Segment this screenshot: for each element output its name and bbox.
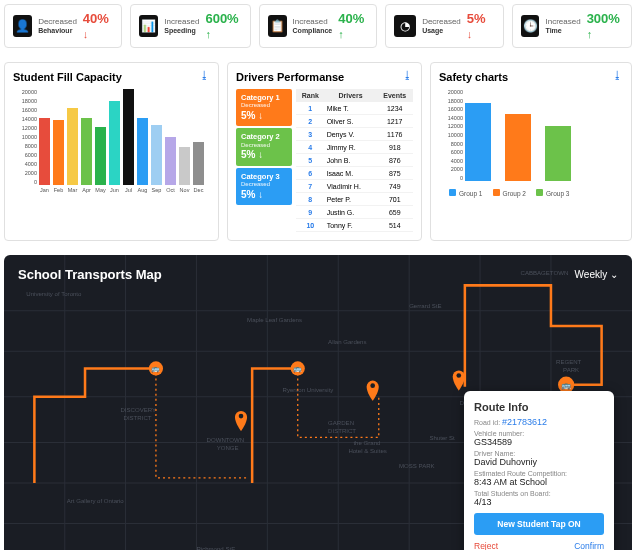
svg-point-15 — [239, 414, 244, 419]
map-pin-icon[interactable] — [453, 370, 465, 390]
kpi-usage[interactable]: ◔ Decreased Usage 5% ↓ — [385, 4, 503, 48]
x-tick: Nov — [179, 187, 190, 193]
download-icon[interactable]: ⭳ — [402, 69, 413, 81]
panel-title: Safety charts — [439, 71, 623, 83]
panel-title: Drivers Performanse — [236, 71, 413, 83]
x-tick: May — [95, 187, 106, 193]
driver-category[interactable]: Category 1 Decreased 5% ↓ — [236, 89, 292, 126]
poi-label: Allan Gardens — [328, 339, 366, 345]
fill-bar[interactable] — [165, 137, 176, 185]
map-period-dropdown[interactable]: Weekly ⌄ — [575, 269, 618, 280]
fill-bar[interactable] — [53, 120, 64, 185]
map-title: School Transports Map — [18, 267, 162, 282]
road-id-value[interactable]: #21783612 — [502, 417, 547, 427]
table-row[interactable]: 9Justin G.659 — [296, 206, 413, 219]
district-label: YONGE — [217, 445, 239, 451]
confirm-button[interactable]: Confirm — [574, 541, 604, 550]
kpi-label: Time — [545, 27, 580, 35]
fill-bar[interactable] — [123, 89, 134, 185]
arrow-down-icon: ↓ — [467, 28, 473, 40]
map-pin-icon[interactable] — [235, 411, 247, 431]
table-row[interactable]: 10Tonny F.514 — [296, 219, 413, 232]
kpi-label: Compliance — [293, 27, 333, 35]
kpi-value: 300% ↑ — [587, 11, 623, 41]
download-icon[interactable]: ⭳ — [199, 69, 210, 81]
poi-label: Hotel & Suites — [348, 448, 386, 454]
x-tick: Dec — [193, 187, 204, 193]
table-row[interactable]: 1Mike T.1234 — [296, 102, 413, 115]
fill-bar[interactable] — [193, 142, 204, 185]
table-row[interactable]: 5John B.876 — [296, 154, 413, 167]
fill-bar[interactable] — [81, 118, 92, 185]
table-row[interactable]: 8Peter P.701 — [296, 193, 413, 206]
district-label: REGENT — [556, 359, 582, 365]
table-row[interactable]: 2Oliver S.1217 — [296, 115, 413, 128]
fill-bar[interactable] — [67, 108, 78, 185]
reject-button[interactable]: Reject — [474, 541, 498, 550]
driver-category[interactable]: Category 3 Decreased 5% ↓ — [236, 168, 292, 205]
fill-bar[interactable] — [95, 127, 106, 185]
legend-item: Group 3 — [536, 189, 570, 197]
fill-bar[interactable] — [39, 118, 50, 185]
kpi-label: Speeding — [164, 27, 199, 35]
kpi-compliance[interactable]: 📋 Increased Compliance 40% ↑ — [259, 4, 377, 48]
kpi-time[interactable]: 🕒 Increased Time 300% ↑ — [512, 4, 632, 48]
map-pin-icon[interactable] — [367, 381, 379, 401]
safety-panel: Safety charts ⭳ 200001800016000140001200… — [430, 62, 632, 241]
driver-category[interactable]: Category 2 Decreased 5% ↓ — [236, 128, 292, 165]
col-header: Drivers — [325, 89, 377, 102]
driver-label: Driver Name: — [474, 450, 604, 457]
safety-bar[interactable] — [465, 103, 491, 181]
kpi-behaviour[interactable]: 👤 Decreased Behaviour 40% ↓ — [4, 4, 122, 48]
poi-label: Maple Leaf Gardens — [247, 317, 302, 323]
street-label: Richmond StE — [196, 546, 235, 550]
table-row[interactable]: 6Isaac M.875 — [296, 167, 413, 180]
kpi-value: 5% ↓ — [467, 11, 495, 41]
col-header: Events — [376, 89, 413, 102]
fill-bar[interactable] — [179, 147, 190, 185]
fill-bar[interactable] — [151, 125, 162, 185]
students-label: Total Students on Board: — [474, 490, 604, 497]
safety-bar[interactable] — [545, 126, 571, 181]
gauge-icon: 📊 — [139, 15, 158, 37]
arrow-up-icon: ↑ — [587, 28, 593, 40]
x-tick: Jul — [123, 187, 134, 193]
arrow-up-icon: ↑ — [338, 28, 344, 40]
kpi-value: 40% ↓ — [83, 11, 114, 41]
kpi-trend: Decreased — [422, 17, 461, 27]
school-transports-map[interactable]: CABBAGETOWN Gerrard StE Maple Leaf Garde… — [4, 255, 632, 550]
street-label: Gerrard StE — [409, 303, 441, 309]
kpi-trend: Increased — [293, 17, 333, 27]
x-tick: Jan — [39, 187, 50, 193]
panel-title: Student Fill Capacity — [13, 71, 210, 83]
table-row[interactable]: 4Jimmy R.918 — [296, 141, 413, 154]
new-student-tap-button[interactable]: New Student Tap ON — [474, 513, 604, 535]
svg-point-17 — [456, 373, 461, 378]
district-label: CABBAGETOWN — [521, 270, 569, 276]
legend-item: Group 1 — [449, 189, 483, 197]
drivers-panel: Drivers Performanse ⭳ Category 1 Decreas… — [227, 62, 422, 241]
safety-bar[interactable] — [505, 114, 531, 181]
x-tick: Aug — [137, 187, 148, 193]
table-row[interactable]: 7Vladimir H.749 — [296, 180, 413, 193]
svg-point-16 — [370, 383, 375, 388]
district-label: DISCOVERY — [120, 407, 156, 413]
students-value: 4/13 — [474, 497, 604, 507]
x-tick: Mar — [67, 187, 78, 193]
svg-text:🚌: 🚌 — [151, 364, 160, 373]
download-icon[interactable]: ⭳ — [612, 69, 623, 81]
map-period-label: Weekly — [575, 269, 608, 280]
vehicle-label: Vehicle number: — [474, 430, 604, 437]
user-icon: 👤 — [13, 15, 32, 37]
kpi-value: 40% ↑ — [338, 11, 368, 41]
col-header: Rank — [296, 89, 325, 102]
pie-icon: ◔ — [394, 15, 416, 37]
fill-bar[interactable] — [137, 118, 148, 185]
road-id-label: Road id: #21783612 — [474, 417, 604, 427]
table-row[interactable]: 3Denys V.1176 — [296, 128, 413, 141]
clock-icon: 🕒 — [521, 15, 540, 37]
fill-bar[interactable] — [109, 101, 120, 185]
chevron-down-icon: ⌄ — [610, 269, 618, 280]
kpi-speeding[interactable]: 📊 Increased Speeding 600% ↑ — [130, 4, 250, 48]
kpi-trend: Increased — [545, 17, 580, 27]
